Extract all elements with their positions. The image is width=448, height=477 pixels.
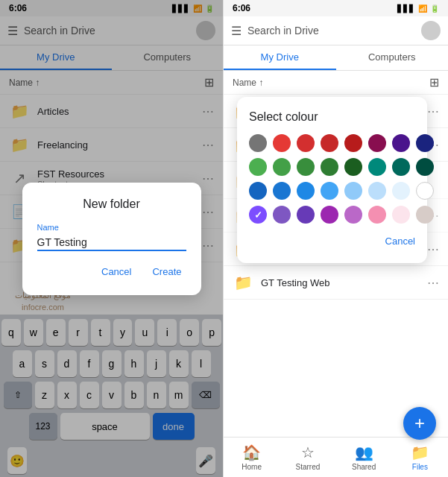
color-option[interactable] [249,134,267,152]
list-item[interactable]: 📁 GT Testing Web ⋯ [224,266,448,300]
color-option[interactable] [344,206,362,224]
tab-my-drive-right[interactable]: My Drive [224,45,336,70]
left-panel: 6:06 ▋▋▋ 📶 🔋 ☰ Search in Drive My Drive … [0,0,224,477]
files-icon: 📁 [411,443,429,461]
tabs-right: My Drive Computers [224,45,448,71]
search-bar-right: ☰ Search in Drive [224,16,448,45]
color-option[interactable] [392,182,410,200]
more-icon[interactable]: ⋯ [427,276,439,290]
grid-icon-right[interactable]: ⊞ [429,75,439,89]
home-icon: 🏠 [242,443,261,461]
nav-item-files[interactable]: 📁 Files [392,442,448,473]
color-option[interactable] [249,158,267,176]
more-icon[interactable]: ⋯ [427,242,439,256]
color-option[interactable] [297,158,315,176]
color-option[interactable] [368,134,386,152]
status-bar-right: 6:06 ▋▋▋ 📶 🔋 [224,0,448,16]
home-label: Home [242,463,262,471]
signal-icon-right: ▋▋▋ [397,4,415,13]
color-option[interactable] [368,158,386,176]
file-info: GT Testing Web [261,277,420,288]
bottom-nav: 🏠 Home ☆ Starred 👥 Shared 📁 Files [224,437,448,477]
color-option[interactable] [344,182,362,200]
file-name: GT Testing Web [261,277,420,288]
color-grid [249,134,415,224]
color-picker-dialog: Select colour Cancel [237,97,427,263]
starred-label: Starred [295,463,320,471]
color-option[interactable] [321,182,338,200]
color-option[interactable] [321,134,338,152]
color-cancel-button[interactable]: Cancel [249,233,415,250]
shared-icon: 👥 [355,443,373,461]
shared-label: Shared [352,463,376,471]
search-text-right[interactable]: Search in Drive [247,25,415,37]
dialog-actions: Cancel Create [37,263,186,280]
color-option[interactable] [416,158,434,176]
color-option[interactable] [368,206,386,224]
cancel-button[interactable]: Cancel [97,263,136,280]
color-option[interactable] [297,134,315,152]
color-option[interactable] [249,182,267,200]
battery-icon-right: 🔋 [430,4,439,13]
nav-item-starred[interactable]: ☆ Starred [280,442,335,473]
avatar-right[interactable] [421,21,441,40]
right-panel: 6:06 ▋▋▋ 📶 🔋 ☰ Search in Drive My Drive … [224,0,448,477]
color-option[interactable] [321,206,338,224]
dialog-label: Name [37,223,186,232]
sort-label-right[interactable]: Name ↑ [233,78,263,88]
nav-item-shared[interactable]: 👥 Shared [336,442,392,473]
color-option[interactable] [344,158,362,176]
starred-icon: ☆ [301,443,315,461]
tab-computers-right[interactable]: Computers [336,45,449,70]
color-option[interactable] [273,206,291,224]
wifi-icon-right: 📶 [418,4,427,13]
new-folder-dialog: New folder Name Cancel Create [22,183,201,295]
color-option[interactable] [368,182,386,200]
menu-icon-right[interactable]: ☰ [231,24,242,38]
color-option[interactable] [273,158,291,176]
color-option[interactable] [392,158,410,176]
files-label: Files [412,463,428,471]
nav-item-home[interactable]: 🏠 Home [224,442,280,473]
color-option[interactable] [416,182,434,200]
new-folder-overlay: New folder Name Cancel Create [0,0,223,477]
status-icons-right: ▋▋▋ 📶 🔋 [397,4,439,13]
color-option[interactable] [392,134,410,152]
color-option[interactable] [297,206,315,224]
folder-icon: 📁 [233,272,253,293]
time-right: 6:06 [233,3,250,13]
color-option[interactable] [273,134,291,152]
color-option[interactable] [297,182,315,200]
fab-button[interactable]: + [403,407,436,440]
folder-name-input[interactable] [37,235,186,251]
color-option[interactable] [344,134,362,152]
color-option[interactable] [392,206,410,224]
color-dialog-title: Select colour [249,110,415,124]
dialog-title: New folder [37,198,186,211]
color-option[interactable] [416,206,434,224]
create-button[interactable]: Create [148,263,186,280]
color-option[interactable] [321,158,338,176]
more-icon[interactable]: ⋯ [427,104,439,119]
color-option[interactable] [249,206,267,224]
color-option[interactable] [416,134,434,152]
file-list-header-right: Name ↑ ⊞ [224,71,448,95]
color-option[interactable] [273,182,291,200]
